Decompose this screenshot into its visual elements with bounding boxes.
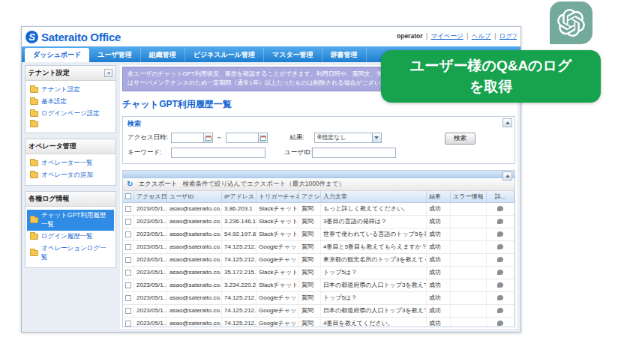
row-cell-5: 東京都の観光名所のトップ3を教えてください。 <box>321 254 427 266</box>
row-detail-cell <box>487 267 514 279</box>
column-header-4[interactable]: アクシ... <box>299 191 321 202</box>
row-checkbox[interactable] <box>125 295 131 301</box>
row-cell-7 <box>451 216 487 228</box>
sidebar-item-0-2[interactable]: ログインページ設定 <box>27 108 114 120</box>
keyword-input[interactable] <box>172 148 265 157</box>
detail-bubble-icon[interactable] <box>497 231 503 237</box>
row-cell-0: 2023/05/1... <box>134 203 167 215</box>
row-cell-1: asao@sateraito.co.jp <box>167 254 222 266</box>
sidebar-item-1-0[interactable]: オペレーター一覧 <box>27 157 114 169</box>
row-cell-1: asao@sateraito.co.jp <box>167 216 222 228</box>
table-row: 2023/05/1...asao@sateraito.co.jp3.234.22… <box>123 279 514 292</box>
sidebar-item-2-1[interactable]: ログイン履歴一覧 <box>27 231 114 243</box>
search-button[interactable]: 検索 <box>445 133 476 145</box>
row-cell-0: 2023/05/1... <box>134 254 167 266</box>
table-row: 2023/05/1...asao@sateraito.co.jp74.125.2… <box>123 292 514 305</box>
detail-bubble-icon[interactable] <box>497 321 503 326</box>
access-date-label: アクセス日時: <box>128 133 171 142</box>
column-header-5[interactable]: 入力文章 <box>321 191 427 202</box>
result-select[interactable]: ※指定なし <box>314 133 382 143</box>
screenshot-stage: S Sateraito Office operator | マイページ | ヘル… <box>0 0 630 364</box>
row-checkbox[interactable] <box>125 244 131 250</box>
callout-line-2: を取得 <box>470 76 512 97</box>
row-checkbox[interactable] <box>125 270 131 276</box>
openai-knot-icon <box>557 9 585 37</box>
collapse-search-button[interactable] <box>502 118 512 127</box>
column-header-1[interactable]: ユーザID <box>167 191 222 202</box>
tab-2[interactable]: 組織管理 <box>141 48 185 62</box>
sidebar-item-0-3[interactable] <box>27 120 114 129</box>
detail-bubble-icon[interactable] <box>497 219 503 224</box>
folder-icon <box>30 121 38 127</box>
row-select-cell <box>123 267 134 279</box>
access-date-to-input[interactable] <box>226 133 258 142</box>
row-checkbox[interactable] <box>125 308 131 314</box>
row-cell-7 <box>451 241 487 253</box>
column-header-2[interactable]: IPアドレス <box>222 191 256 202</box>
tab-0[interactable]: ダッシュボード <box>25 48 89 62</box>
sidebar-item-0-0[interactable]: テナント設定 <box>27 84 114 96</box>
table-row: 2023/05/1...asao@sateraito.co.jp74.125.2… <box>123 305 514 318</box>
sidebar-collapse-button[interactable]: ◂ <box>104 69 112 77</box>
tab-3[interactable]: ビジネスルール管理 <box>185 48 264 62</box>
row-checkbox[interactable] <box>125 231 131 237</box>
row-cell-0: 2023/05/1... <box>134 228 167 240</box>
sidebar-item-2-0[interactable]: チャットGPT利用履歴一覧 <box>27 210 114 231</box>
row-checkbox[interactable] <box>125 257 131 263</box>
tab-5[interactable]: 辞書管理 <box>322 48 367 62</box>
export-link[interactable]: エクスポート <box>138 180 177 189</box>
sidebar-item-1-1[interactable]: オペレータの追加 <box>27 169 114 181</box>
row-checkbox[interactable] <box>125 206 131 212</box>
row-checkbox[interactable] <box>125 219 131 225</box>
link-separator: | <box>466 32 468 40</box>
user-name: operator <box>397 32 422 40</box>
result-label: 結果: <box>290 133 314 142</box>
column-header-0[interactable]: アクセス日時 <box>134 191 167 202</box>
folder-icon <box>30 87 38 93</box>
sidebar-item-2-2[interactable]: オペレーションログ一覧 <box>27 243 114 264</box>
calendar-icon[interactable] <box>203 133 212 142</box>
dropdown-button[interactable] <box>372 133 381 142</box>
row-checkbox[interactable] <box>125 321 131 327</box>
refresh-icon[interactable]: ↻ <box>127 180 133 188</box>
sidebar-item-label: テナント設定 <box>41 85 80 94</box>
detail-bubble-icon[interactable] <box>497 282 503 288</box>
row-checkbox[interactable] <box>125 282 131 288</box>
userid-input[interactable] <box>313 148 395 157</box>
detail-bubble-icon[interactable] <box>497 308 503 313</box>
chevron-up-icon <box>506 121 510 124</box>
select-all-checkbox[interactable] <box>125 193 131 199</box>
tab-4[interactable]: マスター管理 <box>264 48 322 62</box>
row-cell-2: 74.125.212... <box>222 292 256 304</box>
row-cell-3: Googleチャットボ... <box>256 292 299 304</box>
collapse-list-button[interactable] <box>502 172 512 181</box>
row-cell-7 <box>451 318 487 327</box>
detail-bubble-icon[interactable] <box>497 270 503 275</box>
column-header-3[interactable]: トリガーチャネル種別 <box>256 191 299 202</box>
row-cell-5: 世界で使われている言語のトップ5を教えてく... <box>321 228 427 240</box>
column-header-6[interactable]: 結果 <box>427 191 451 202</box>
column-header-7[interactable]: エラー情報 <box>451 191 487 202</box>
detail-bubble-icon[interactable] <box>497 206 503 211</box>
row-cell-4: 質問 <box>299 279 321 291</box>
detail-bubble-icon[interactable] <box>497 295 503 300</box>
export-note: 検索条件で絞り込んでエクスポート（最大1000件まで） <box>182 180 345 189</box>
row-cell-1: asao@sateraito.co.jp <box>167 279 222 291</box>
sidebar-section-title: オペレータ管理 <box>26 139 116 154</box>
userid-label: ユーザID: <box>284 148 312 157</box>
detail-bubble-icon[interactable] <box>497 257 503 262</box>
sidebar-section-label: オペレータ管理 <box>28 142 76 151</box>
link-logout[interactable]: ログアウト <box>500 32 517 40</box>
access-date-from-input[interactable] <box>172 133 203 142</box>
row-select-cell <box>123 305 134 317</box>
search-row-2: キーワード: ユーザID: <box>128 148 510 158</box>
calendar-icon[interactable] <box>258 133 266 142</box>
link-mypage[interactable]: マイページ <box>430 32 463 40</box>
detail-bubble-icon[interactable] <box>497 244 503 249</box>
tab-1[interactable]: ユーザ管理 <box>89 48 140 62</box>
column-header-8[interactable]: 詳... <box>487 191 514 202</box>
link-help[interactable]: ヘルプ <box>472 32 491 40</box>
sidebar-item-0-1[interactable]: 基本設定 <box>27 96 114 108</box>
row-cell-5: 3番目の言語の発祥は？ <box>321 216 427 228</box>
row-detail-cell <box>487 305 514 317</box>
